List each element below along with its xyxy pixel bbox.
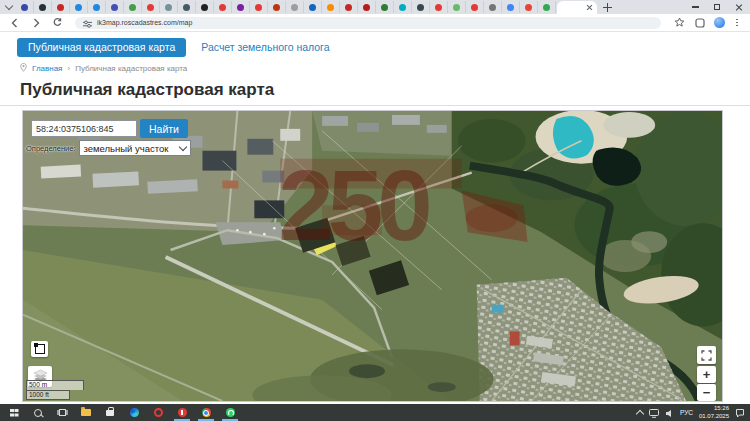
- file-explorer-icon[interactable]: [74, 404, 98, 421]
- browser-tab[interactable]: [160, 1, 178, 13]
- tab-favicon: [219, 4, 226, 11]
- cadastral-search-input[interactable]: [31, 120, 137, 137]
- profile-avatar[interactable]: [714, 17, 725, 28]
- edge-icon[interactable]: [122, 404, 146, 421]
- tab-public-cadastral-map[interactable]: Публичная кадастровая карта: [17, 38, 186, 57]
- active-browser-tab[interactable]: [557, 1, 597, 14]
- browser-tab[interactable]: [430, 1, 448, 13]
- tab-close-icon[interactable]: [586, 4, 593, 11]
- fullscreen-icon: [701, 350, 712, 361]
- browser-tab[interactable]: [52, 1, 70, 13]
- bookmark-star-icon[interactable]: [672, 16, 686, 30]
- breadcrumb-separator: ›: [67, 65, 70, 73]
- start-icon[interactable]: [2, 404, 26, 421]
- browser-tab[interactable]: [448, 1, 466, 13]
- tab-favicon: [525, 4, 532, 11]
- show-hidden-icons-caret[interactable]: [636, 409, 644, 417]
- browser-tab[interactable]: [322, 1, 340, 13]
- tab-favicon: [75, 4, 82, 11]
- tab-favicon: [93, 4, 100, 11]
- browser-tab[interactable]: [412, 1, 430, 13]
- yandex-icon[interactable]: [170, 404, 194, 421]
- tab-favicon: [471, 4, 478, 11]
- browser-tab[interactable]: [124, 1, 142, 13]
- browser-tab-strip: [0, 0, 750, 14]
- task-view-icon[interactable]: [50, 404, 74, 421]
- whatsapp-icon[interactable]: [218, 404, 242, 421]
- browser-tab[interactable]: [178, 1, 196, 13]
- tab-favicon: [381, 4, 388, 11]
- browser-tab[interactable]: [250, 1, 268, 13]
- browser-tab[interactable]: [214, 1, 232, 13]
- browser-tab[interactable]: [484, 1, 502, 13]
- tab-search-chevron-icon[interactable]: [4, 2, 14, 12]
- browser-tab[interactable]: [304, 1, 322, 13]
- reload-icon[interactable]: [50, 16, 64, 30]
- fullscreen-button[interactable]: [697, 346, 716, 364]
- browser-tab[interactable]: [358, 1, 376, 13]
- scale-imperial: 1000 ft: [26, 390, 70, 401]
- browser-mini-tabs: [16, 0, 556, 14]
- tab-favicon: [291, 4, 298, 11]
- zoom-out-button[interactable]: −: [697, 384, 716, 401]
- find-button[interactable]: Найти: [140, 119, 188, 138]
- tab-favicon: [309, 4, 316, 11]
- forward-icon[interactable]: [29, 16, 43, 30]
- site-settings-icon[interactable]: [83, 14, 92, 32]
- tab-land-tax-calc[interactable]: Расчет земельного налога: [201, 41, 329, 53]
- breadcrumb-home-link[interactable]: Главная: [32, 64, 62, 73]
- browser-tab[interactable]: [268, 1, 286, 13]
- browser-tab[interactable]: [520, 1, 538, 13]
- browser-tab[interactable]: [88, 1, 106, 13]
- opera-icon[interactable]: [146, 404, 170, 421]
- taskbar-clock[interactable]: 15:26 01.07.2025: [699, 405, 729, 420]
- chevron-down-icon: [178, 143, 186, 151]
- url-text: ik3map.roscadastres.com/map: [97, 19, 192, 26]
- browser-tab[interactable]: [196, 1, 214, 13]
- browser-tab[interactable]: [232, 1, 250, 13]
- browser-tab[interactable]: [34, 1, 52, 13]
- browser-tab[interactable]: [376, 1, 394, 13]
- browser-tab[interactable]: [502, 1, 520, 13]
- browser-tab[interactable]: [466, 1, 484, 13]
- network-icon[interactable]: [649, 404, 659, 421]
- breadcrumb: Главная › Публичная кадастровая карта: [20, 63, 187, 74]
- tab-favicon: [237, 4, 244, 11]
- browser-tab[interactable]: [340, 1, 358, 13]
- tab-favicon: [327, 4, 334, 11]
- browser-tab[interactable]: [106, 1, 124, 13]
- browser-menu-icon[interactable]: [732, 19, 742, 27]
- zoom-in-button[interactable]: +: [697, 366, 716, 383]
- url-bar[interactable]: ik3map.roscadastres.com/map: [75, 17, 661, 29]
- browser-tab[interactable]: [538, 1, 556, 13]
- minimize-button[interactable]: [684, 0, 706, 14]
- store-icon[interactable]: [98, 404, 122, 421]
- breadcrumb-current: Публичная кадастровая карта: [75, 64, 187, 73]
- volume-icon[interactable]: [665, 404, 674, 421]
- chrome-icon[interactable]: [194, 404, 218, 421]
- browser-tab[interactable]: [70, 1, 88, 13]
- action-center-icon[interactable]: [735, 404, 745, 421]
- tab-favicon: [453, 4, 460, 11]
- browser-tab[interactable]: [16, 1, 34, 13]
- extensions-icon[interactable]: [693, 16, 707, 30]
- back-icon[interactable]: [8, 16, 22, 30]
- browser-tab[interactable]: [394, 1, 412, 13]
- tab-favicon: [399, 4, 406, 11]
- tab-favicon: [363, 4, 370, 11]
- tab-favicon: [435, 4, 442, 11]
- clock-date: 01.07.2025: [699, 413, 729, 419]
- tab-favicon: [57, 4, 64, 11]
- tab-favicon: [201, 4, 208, 11]
- language-indicator[interactable]: РУС: [680, 409, 693, 416]
- search-icon[interactable]: [26, 404, 50, 421]
- new-tab-button[interactable]: [603, 3, 612, 12]
- map-scale: 500 m 1000 ft: [26, 380, 84, 400]
- close-button[interactable]: [728, 0, 750, 14]
- map-canvas[interactable]: 250 Найти Определение: земельный участок: [22, 110, 723, 402]
- browser-tab[interactable]: [142, 1, 160, 13]
- extent-tool-button[interactable]: [31, 341, 48, 357]
- object-type-select[interactable]: земельный участок: [79, 140, 191, 156]
- browser-tab[interactable]: [286, 1, 304, 13]
- maximize-button[interactable]: [706, 0, 728, 14]
